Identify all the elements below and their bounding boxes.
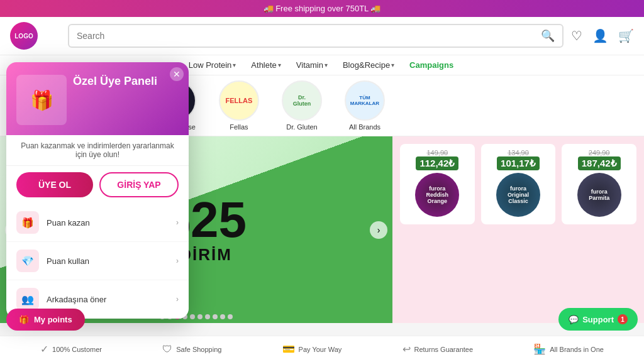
search-button[interactable]: 🔍 xyxy=(541,29,555,43)
returns-icon: ↩ xyxy=(402,343,411,355)
new-price: 112,42₺ xyxy=(416,156,458,170)
old-price: 134,90 xyxy=(486,149,551,156)
product-card-3[interactable]: 249,90 187,42₺ furoraParmita xyxy=(562,144,636,224)
logo-area: LOGO xyxy=(10,22,60,50)
nav-item-blog-recipe[interactable]: Blog&Recipe ▾ xyxy=(336,55,401,75)
old-price: 249,90 xyxy=(567,149,631,156)
chevron-down-icon: ▾ xyxy=(391,62,394,69)
shipping-text: 🚚 Free shipping over 750TL 🚚 xyxy=(264,4,381,13)
use-points-icon: 💎 xyxy=(16,250,39,272)
support-badge: 1 xyxy=(618,314,628,324)
login-button[interactable]: GİRİŞ YAP xyxy=(99,172,179,197)
refer-friend-icon: 👥 xyxy=(16,288,39,310)
panel-title: Özel Üye Paneli xyxy=(73,75,157,88)
top-bar: 🚚 Free shipping over 750TL 🚚 xyxy=(0,0,644,17)
product-cards: 149,90 112,42₺ furoraReddishOrange 134,9… xyxy=(392,136,644,323)
header: LOGO 🔍 ♡ 👤 🛒 xyxy=(0,17,644,55)
new-price: 101,17₺ xyxy=(497,156,540,170)
bottom-label: Pay Your Way xyxy=(299,346,342,353)
chevron-right-icon: › xyxy=(176,218,179,227)
payment-icon: 💳 xyxy=(282,343,295,355)
banner-next-button[interactable]: › xyxy=(370,221,387,239)
search-input[interactable] xyxy=(77,31,541,41)
chevron-down-icon: ▾ xyxy=(233,62,236,69)
my-points-label: My points xyxy=(34,315,72,324)
register-button[interactable]: ÜYE OL xyxy=(16,172,93,197)
brand-dr-gluten[interactable]: Dr.Gluten Dr. Gluten xyxy=(277,80,327,131)
bottom-item-pay: 💳 Pay Your Way xyxy=(282,343,342,355)
menu-item-earn-points[interactable]: 🎁 Puan kazan › xyxy=(6,204,189,242)
member-panel: 🎁 Özel Üye Paneli ✕ Puan kazanmak ve ind… xyxy=(6,62,189,319)
panel-buttons: ÜYE OL GİRİŞ YAP xyxy=(6,166,189,204)
gift-icon: 🎁 xyxy=(19,315,29,324)
panel-illustration: 🎁 xyxy=(16,75,67,125)
product-image-1: furoraReddishOrange xyxy=(415,173,459,217)
account-icon[interactable]: 👤 xyxy=(592,28,608,43)
bottom-item-all-brands: 🏪 All Brands in One xyxy=(533,343,604,355)
product-image-2: furoraOriginalClassic xyxy=(496,173,540,217)
customer-icon: ✓ xyxy=(40,343,48,355)
shield-icon: 🛡 xyxy=(162,344,172,355)
bottom-item-customer: ✓ 100% Customer xyxy=(40,343,102,355)
panel-header: 🎁 Özel Üye Paneli ✕ xyxy=(6,62,189,135)
earn-points-label: Puan kazan xyxy=(47,218,90,228)
chevron-right-icon: › xyxy=(176,295,179,304)
bottom-item-safe: 🛡 Safe Shopping xyxy=(162,344,221,355)
earn-points-icon: 🎁 xyxy=(16,211,39,234)
bottom-label: Returns Guarantee xyxy=(414,346,474,353)
menu-item-use-points[interactable]: 💎 Puan kullan › xyxy=(6,242,189,280)
panel-close-button[interactable]: ✕ xyxy=(170,67,184,81)
nav-item-campaigns[interactable]: Campaigns xyxy=(403,55,460,75)
old-price: 149,90 xyxy=(405,149,470,156)
new-price: 187,42₺ xyxy=(578,156,621,170)
whatsapp-icon: 💬 xyxy=(569,315,579,324)
refer-friend-label: Arkadaşına öner xyxy=(47,295,106,304)
product-card-2[interactable]: 134,90 101,17₺ furoraOriginalClassic xyxy=(481,144,556,224)
nav-item-athlete[interactable]: Athlete ▾ xyxy=(245,55,287,75)
product-image-3: furoraParmita xyxy=(577,173,621,217)
brand-fellas[interactable]: FELLAS Fellas xyxy=(214,80,264,131)
support-label: Support xyxy=(582,315,614,324)
cart-icon[interactable]: 🛒 xyxy=(618,28,634,43)
support-button[interactable]: 💬 Support 1 xyxy=(558,308,638,331)
logo: LOGO xyxy=(10,22,38,50)
product-card-1[interactable]: 149,90 112,42₺ furoraReddishOrange xyxy=(400,144,475,224)
use-points-label: Puan kullan xyxy=(47,256,89,266)
bottom-label: All Brands in One xyxy=(550,346,604,353)
chevron-right-icon: › xyxy=(176,256,179,265)
search-bar[interactable]: 🔍 xyxy=(68,24,564,48)
bottom-bar: ✓ 100% Customer 🛡 Safe Shopping 💳 Pay Yo… xyxy=(0,336,644,362)
bottom-label: Safe Shopping xyxy=(176,346,221,353)
store-icon: 🏪 xyxy=(533,343,546,355)
my-points-button[interactable]: 🎁 My points xyxy=(6,309,85,331)
brand-label: Fellas xyxy=(230,123,248,131)
bottom-label: 100% Customer xyxy=(52,346,102,353)
header-icons: ♡ 👤 🛒 xyxy=(571,28,634,43)
brand-label: Dr. Gluten xyxy=(286,123,318,131)
brand-label: All Brands xyxy=(349,123,380,131)
chevron-down-icon: ▾ xyxy=(278,62,281,69)
nav-item-low-protein[interactable]: Low Protein ▾ xyxy=(182,55,243,75)
nav-item-vitamin[interactable]: Vitamin ▾ xyxy=(290,55,334,75)
chevron-down-icon: ▾ xyxy=(325,62,328,69)
panel-subtitle: Puan kazanmak ve indirimlerden yararlanm… xyxy=(6,135,189,166)
brand-all-brands[interactable]: TÜMMARKALAR All Brands xyxy=(340,80,390,131)
wishlist-icon[interactable]: ♡ xyxy=(571,28,582,43)
product-row: 149,90 112,42₺ furoraReddishOrange 134,9… xyxy=(400,144,636,224)
bottom-item-returns: ↩ Returns Guarantee xyxy=(402,343,474,355)
